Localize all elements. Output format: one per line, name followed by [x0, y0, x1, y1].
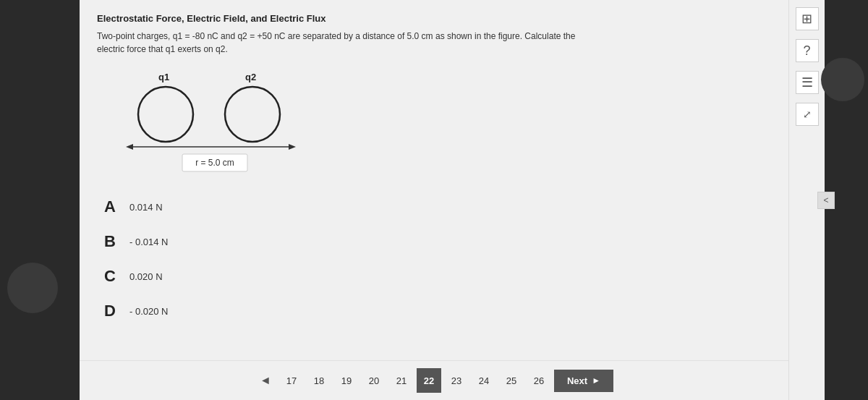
content-area: Electrostatic Force, Electric Field, and… [80, 0, 788, 400]
left-decorative-circle [7, 263, 58, 313]
collapse-button[interactable]: < [817, 192, 835, 209]
choice-text-a: 0.014 N [129, 202, 163, 213]
page-24-button[interactable]: 24 [472, 368, 496, 393]
page-20-button[interactable]: 20 [362, 368, 386, 393]
prev-page-button[interactable]: ◄ [255, 370, 276, 391]
diagram-svg: q1 q2 r = 5.0 cm [119, 67, 321, 183]
page-25-button[interactable]: 25 [499, 368, 524, 393]
page-19-button[interactable]: 19 [334, 368, 359, 393]
arrow-right [289, 144, 296, 150]
page-18-button[interactable]: 18 [307, 368, 331, 393]
page-26-button[interactable]: 26 [527, 368, 551, 393]
left-panel [0, 0, 80, 400]
right-decorative-circle [821, 58, 864, 101]
q2-label: q2 [245, 72, 256, 82]
page-23-button[interactable]: 23 [444, 368, 469, 393]
diagram-container: q1 q2 r = 5.0 cm [119, 67, 771, 183]
choice-row-a[interactable]: A 0.014 N [104, 197, 771, 216]
toolbar-list-icon[interactable]: ☰ [796, 71, 819, 94]
arrow-left [126, 144, 133, 150]
choice-text-b: - 0.014 N [129, 237, 168, 247]
distance-label: r = 5.0 cm [195, 158, 234, 168]
toolbar-expand-icon[interactable]: ⤢ [796, 103, 819, 126]
choice-text-c: 0.020 N [129, 271, 163, 282]
choices-container: A 0.014 N B - 0.014 N C 0.020 N D - 0.02… [104, 197, 771, 320]
choice-text-d: - 0.020 N [129, 306, 168, 317]
question-section: Electrostatic Force, Electric Field, and… [80, 0, 788, 360]
choice-letter-d: D [104, 302, 129, 320]
page-21-button[interactable]: 21 [389, 368, 414, 393]
q1-circle [138, 87, 193, 142]
q2-circle [225, 87, 280, 142]
next-button[interactable]: Next ► [554, 370, 613, 392]
choice-letter-c: C [104, 267, 129, 286]
choice-row-d[interactable]: D - 0.020 N [104, 302, 771, 320]
page-22-button[interactable]: 22 [417, 368, 441, 393]
choice-row-c[interactable]: C 0.020 N [104, 267, 771, 286]
choice-letter-a: A [104, 197, 129, 216]
question-text: Two-point charges, q1 = -80 nC and q2 = … [97, 30, 603, 56]
next-button-label: Next [567, 375, 587, 386]
toolbar-help-icon[interactable]: ? [796, 39, 819, 62]
choice-row-b[interactable]: B - 0.014 N [104, 232, 771, 251]
toolbar-grid-icon[interactable]: ⊞ [796, 7, 819, 30]
right-toolbar: < ⊞ ? ☰ ⤢ [788, 0, 825, 400]
choice-letter-b: B [104, 232, 129, 251]
question-title: Electrostatic Force, Electric Field, and… [97, 13, 771, 24]
pagination-bar: ◄ 17 18 19 20 21 22 23 24 25 26 Next ► [80, 360, 788, 400]
page-17-button[interactable]: 17 [279, 368, 304, 393]
main-container: Electrostatic Force, Electric Field, and… [0, 0, 868, 400]
q1-label: q1 [158, 72, 169, 82]
next-arrow-icon: ► [592, 375, 600, 386]
